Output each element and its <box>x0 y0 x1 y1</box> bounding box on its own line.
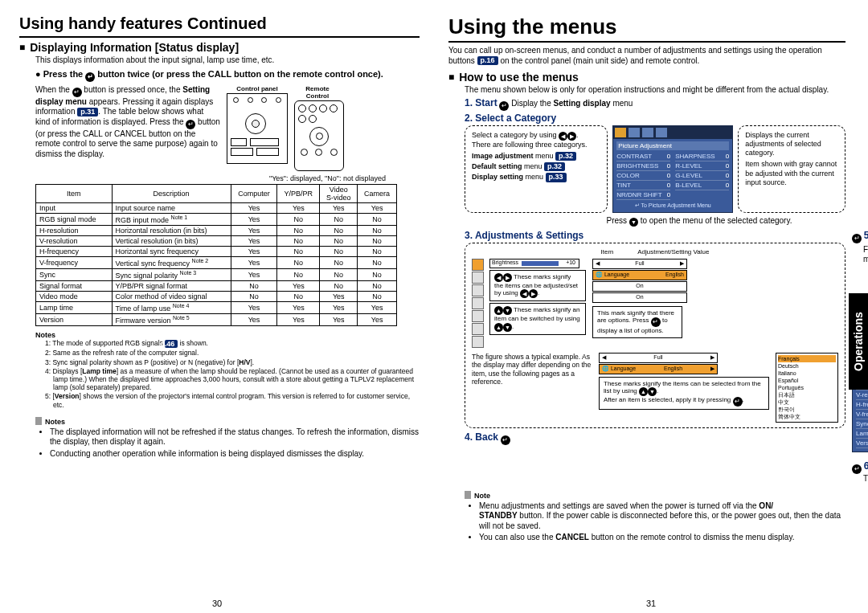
how-to-sub: The menu shown below is only for operati… <box>448 85 845 96</box>
right-intro: You can call up on-screen menus, and con… <box>448 46 845 66</box>
press-step: ● Press the ↵ button twice (or press the… <box>35 69 420 82</box>
pagenum-30: 30 <box>212 599 222 608</box>
step2: 2. Select a Category <box>465 112 845 124</box>
enter-icon: ↵ <box>499 101 509 111</box>
right-title: Using the menus <box>448 14 845 39</box>
note-head-right: Note <box>465 491 845 500</box>
step6: 6. End <box>864 460 868 472</box>
control-panel-graphic <box>227 93 288 164</box>
category-side-box: Displays the current adjustments of sele… <box>738 125 845 213</box>
osd-category-preview: Picture Adjustment CONTRAST0SHARPNESS0BR… <box>612 125 733 213</box>
step4: 4. Back <box>465 431 498 443</box>
mark-b-box: ▲▼ These marks signify an item can be sw… <box>489 303 586 335</box>
step1: 1. Start <box>465 97 497 108</box>
category-box: Select a category by using ◀▶. There are… <box>465 125 608 213</box>
status-table: ItemDescriptionComputerY/PB/PRVideoS-vid… <box>35 184 397 326</box>
mark-d-box: These marks signify the items can be sel… <box>599 377 769 411</box>
enter-icon: ↵ <box>85 72 95 82</box>
enter-icon: ↵ <box>186 120 195 129</box>
notes-head-1: Notes <box>35 331 420 339</box>
enter-icon: ↵ <box>72 88 82 97</box>
step1-post: Display the Setting display menu <box>511 99 633 108</box>
status-display-heading: Displaying Information [Status display] <box>19 41 420 54</box>
mark-c-box: This mark signify that there are options… <box>592 306 682 338</box>
adj-menu-column: ◀Full▶ 🌐 LanguageEnglish On On This mark… <box>592 259 687 338</box>
control-panel-label: Control panel <box>227 85 288 92</box>
figure-note: The figure shows a typical example. As t… <box>472 353 592 387</box>
step5-sub: Finish via the Status display menu. <box>863 245 868 265</box>
remote-control-label: Remote Control <box>294 85 341 100</box>
language-panel: FrançaisDeutschItalianoEspañolPortuguês日… <box>776 353 838 423</box>
adj-icon-column <box>472 259 483 348</box>
mark-a-box: ◀▶ These marks signify the items can be … <box>489 270 586 302</box>
table-caption: "Yes": displayed, "No": not displayed <box>19 174 386 183</box>
left-title: Using handy features Continued <box>19 14 420 38</box>
enter-icon: ↵ <box>852 464 862 474</box>
how-to-heading: How to use the menus <box>448 71 845 84</box>
pagenum-31: 31 <box>646 599 656 608</box>
left-arrow-icon: ◀ <box>559 132 567 141</box>
notes-head-2: Notes <box>35 417 420 426</box>
press-explain: When the ↵ button is pressed once, the S… <box>35 85 220 160</box>
enter-icon: ↵ <box>501 435 510 445</box>
pageref-31: p.31 <box>77 108 98 116</box>
pageref-16: p.16 <box>477 56 498 65</box>
down-arrow-icon: ▼ <box>629 218 638 227</box>
notes-numbered: 1: The mode of supported RGB signals p.4… <box>35 339 420 408</box>
adjustments-box: Item Adjustment/Setting Value Brightness <box>465 243 845 429</box>
notes-bulleted: The displayed information will not be re… <box>35 427 420 460</box>
step5: 5. To Finish <box>864 230 868 241</box>
right-arrow-icon: ▶ <box>567 132 576 141</box>
right-notes: Menu adjustments and settings are saved … <box>465 501 845 543</box>
press-open: Press ▼ to open the menu of the selected… <box>553 216 845 227</box>
step6-sub: The menu disappears. <box>863 474 868 484</box>
status-intro: This displays information about the inpu… <box>19 55 420 66</box>
remote-control-graphic <box>294 100 344 171</box>
operations-tab: Operations <box>849 293 868 390</box>
enter-icon: ↵ <box>852 234 862 243</box>
step3: 3. Adjustments & Settings <box>465 230 845 241</box>
brightness-slider: Brightness +10 <box>489 259 579 268</box>
